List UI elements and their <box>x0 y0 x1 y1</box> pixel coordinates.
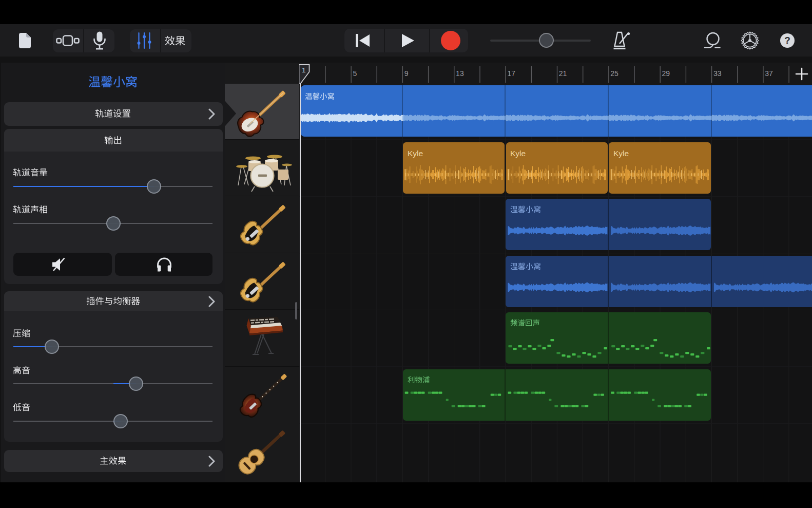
svg-text:1: 1 <box>302 66 306 74</box>
